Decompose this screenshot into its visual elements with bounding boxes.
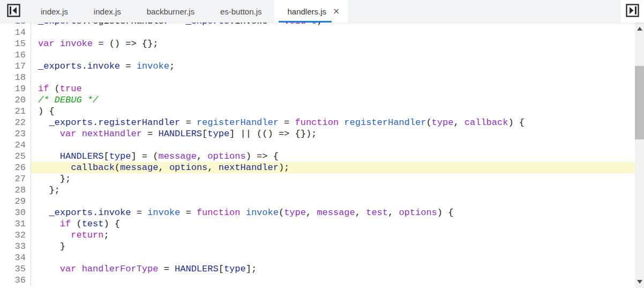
scrollbar-down-button[interactable]: [635, 277, 644, 286]
tab-4-handlers-js[interactable]: handlers.js×: [274, 0, 348, 23]
code-text[interactable]: [31, 196, 635, 207]
token-pl: [: [202, 129, 207, 139]
code-text[interactable]: };: [31, 184, 635, 196]
token-var: callback: [71, 163, 115, 173]
code-line-31[interactable]: 31 if (test) {: [0, 218, 635, 230]
code-line-16[interactable]: 16: [0, 49, 635, 61]
code-line-20[interactable]: 20/* DEBUG */: [0, 94, 635, 106]
code-text[interactable]: var nextHandler = HANDLERS[type] || (() …: [31, 128, 635, 139]
code-line-30[interactable]: 30 _exports.invoke = invoke = function i…: [0, 207, 635, 218]
code-line-23[interactable]: 23 var nextHandler = HANDLERS[type] || (…: [0, 128, 635, 139]
line-number[interactable]: 32: [0, 230, 31, 241]
line-number[interactable]: 24: [0, 139, 31, 151]
code-text[interactable]: _exports.registerHandler = _exports.invo…: [31, 23, 635, 27]
code-line-13[interactable]: 13_exports.registerHandler = _exports.in…: [0, 23, 635, 27]
line-number[interactable]: 33: [0, 241, 31, 252]
code-line-32[interactable]: 32 return;: [0, 230, 635, 241]
code-line-29[interactable]: 29: [0, 196, 635, 207]
code-text[interactable]: [31, 72, 635, 83]
token-pl: [: [219, 264, 224, 274]
scroll-tabs-left-button[interactable]: [7, 5, 20, 18]
code-text[interactable]: HANDLERS[type] = (message, options) => {: [31, 151, 635, 162]
highlighted-code-text[interactable]: callback(message, options, nextHandler);: [31, 162, 635, 173]
line-number[interactable]: 29: [0, 196, 31, 207]
code-text[interactable]: return;: [31, 230, 635, 241]
line-number[interactable]: 14: [0, 27, 31, 38]
code-text[interactable]: _exports.invoke = invoke = function invo…: [31, 207, 635, 218]
code-line-17[interactable]: 17_exports.invoke = invoke;: [0, 61, 635, 72]
code-line-26[interactable]: 26 callback(message, options, nextHandle…: [0, 162, 635, 173]
code-text[interactable]: [31, 252, 635, 263]
code-text[interactable]: [31, 27, 635, 38]
line-number[interactable]: 23: [0, 128, 31, 139]
code-line-27[interactable]: 27 };: [0, 173, 635, 184]
token-pl: = () => {};: [93, 39, 158, 49]
token-pl: ) {: [437, 208, 454, 218]
code-line-25[interactable]: 25 HANDLERS[type] = (message, options) =…: [0, 151, 635, 162]
code-line-22[interactable]: 22 _exports.registerHandler = registerHa…: [0, 117, 635, 128]
scrollbar-thumb[interactable]: [635, 66, 644, 139]
line-number[interactable]: 35: [0, 263, 31, 275]
line-number[interactable]: 22: [0, 117, 31, 128]
code-line-15[interactable]: 15var invoke = () => {};: [0, 38, 635, 49]
tab-2-backburner-js[interactable]: backburner.js: [134, 0, 207, 23]
tab-1-index-js[interactable]: index.js: [81, 0, 134, 23]
code-text[interactable]: [31, 49, 635, 61]
line-number[interactable]: 27: [0, 173, 31, 184]
code-line-21[interactable]: 21) {: [0, 106, 635, 117]
scrollbar-up-button[interactable]: [635, 24, 644, 33]
line-number[interactable]: 17: [0, 61, 31, 72]
code-line-35[interactable]: 35 var handlerForType = HANDLERS[type];: [0, 263, 635, 275]
line-number[interactable]: 34: [0, 252, 31, 263]
tab-bar: index.jsindex.jsbackburner.jses-button.j…: [0, 0, 644, 23]
line-number[interactable]: 18: [0, 72, 31, 83]
token-fn: registerHandler: [197, 117, 279, 128]
token-var: nextHandler: [219, 163, 279, 173]
code-text[interactable]: /* DEBUG */: [31, 94, 635, 106]
code-editor[interactable]: 13_exports.registerHandler = _exports.in…: [0, 23, 635, 288]
scroll-tabs-right-button[interactable]: [626, 5, 639, 18]
line-number[interactable]: 31: [0, 218, 31, 230]
code-text[interactable]: var invoke = () => {};: [31, 38, 635, 49]
line-number[interactable]: 25: [0, 151, 31, 162]
code-text[interactable]: ) {: [31, 106, 635, 117]
vertical-scrollbar[interactable]: [635, 23, 644, 288]
tab-0-index-js[interactable]: index.js: [28, 0, 81, 23]
line-number[interactable]: 26: [0, 162, 31, 173]
code-text[interactable]: if (true: [31, 83, 635, 94]
code-line-14[interactable]: 14: [0, 27, 635, 38]
token-var: type: [109, 151, 131, 161]
triangle-down-icon: [637, 280, 642, 284]
code-line-36[interactable]: 36: [0, 275, 635, 286]
code-text[interactable]: [31, 275, 635, 286]
code-line-19[interactable]: 19if (true: [0, 83, 635, 94]
line-number[interactable]: 21: [0, 106, 31, 117]
code-text[interactable]: _exports.registerHandler = registerHandl…: [31, 117, 635, 128]
line-number[interactable]: 20: [0, 94, 31, 106]
code-text[interactable]: [31, 139, 635, 151]
code-line-24[interactable]: 24: [0, 139, 635, 151]
tab-3-es-button-js[interactable]: es-button.js: [207, 0, 275, 23]
line-number[interactable]: 19: [0, 83, 31, 94]
code-text[interactable]: }: [31, 241, 635, 252]
line-number[interactable]: 13: [0, 23, 31, 27]
line-number[interactable]: 15: [0, 38, 31, 49]
token-pl: [76, 129, 81, 139]
code-line-34[interactable]: 34: [0, 252, 635, 263]
code-text[interactable]: };: [31, 173, 635, 184]
code-line-28[interactable]: 28 };: [0, 184, 635, 196]
line-number[interactable]: 36: [0, 275, 31, 286]
close-tab-icon[interactable]: ×: [331, 6, 341, 16]
code-line-33[interactable]: 33 }: [0, 241, 635, 252]
code-text[interactable]: if (test) {: [31, 218, 635, 230]
token-pl: .invoke =: [229, 23, 284, 26]
code-line-18[interactable]: 18: [0, 72, 635, 83]
code-text[interactable]: _exports.invoke = invoke;: [31, 61, 635, 72]
code-text[interactable]: var handlerForType = HANDLERS[type];: [31, 263, 635, 275]
active-tab-underline: [279, 21, 332, 23]
line-number[interactable]: 16: [0, 49, 31, 61]
token-var: options: [169, 163, 207, 173]
line-number[interactable]: 28: [0, 184, 31, 196]
token-var: HANDLERS: [158, 129, 202, 139]
line-number[interactable]: 30: [0, 207, 31, 218]
